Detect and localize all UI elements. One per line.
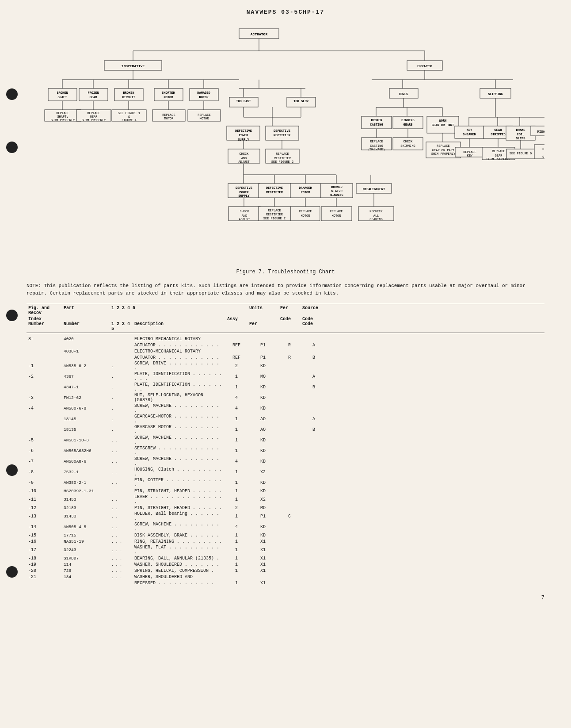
table-cell: . . xyxy=(110,506,133,510)
col-per2-head2 xyxy=(247,317,278,322)
table-cell: 726 xyxy=(62,568,110,573)
svg-text:GEAR OR PART: GEAR OR PART xyxy=(432,149,454,152)
table-cell: . xyxy=(110,364,133,368)
table-cell: -18 xyxy=(27,556,62,561)
svg-text:ALL: ALL xyxy=(373,214,379,218)
table-cell: FN12-62 xyxy=(62,395,110,400)
table-cell: X2 xyxy=(247,470,278,475)
svg-text:SHAFT: SHAFT xyxy=(57,96,67,99)
table-row: -21184. . .WASHER, SHOULDERED AND xyxy=(27,574,544,580)
table-cell: HOUSING, Clutch . . . . . . . . . . xyxy=(133,467,225,477)
table-cell: -4 xyxy=(27,406,62,411)
circle-marker-2 xyxy=(6,142,18,153)
svg-text:MOTOR: MOTOR xyxy=(164,96,173,99)
col-units-head1: Units xyxy=(247,306,278,310)
svg-text:HOWLS: HOWLS xyxy=(399,92,408,96)
table-cell: MS20392-1-31 xyxy=(62,489,110,494)
table-cell: KD xyxy=(247,525,278,529)
svg-text:INOPERATIVE: INOPERATIVE xyxy=(122,64,145,68)
table-row: 4030-1ELECTRO-MECHANICAL ROTARY xyxy=(27,348,544,354)
svg-text:WORN: WORN xyxy=(439,119,447,123)
col-part-head1: Part xyxy=(62,306,110,310)
svg-text:AND: AND xyxy=(241,157,247,160)
table-cell: B xyxy=(301,355,327,360)
svg-text:DEFECTIVE: DEFECTIVE xyxy=(235,129,252,133)
table-cell: P1 xyxy=(247,355,278,360)
table-header-row1: Fig. and Part 1 2 3 4 5 Units Per Source… xyxy=(27,304,544,317)
table-cell: SCREW, MACHINE . . . . . . . . . . xyxy=(133,522,225,532)
table-row: ACTUATOR . . . . . . . . . . . .REFP1RA xyxy=(27,342,544,348)
page-number: 7 xyxy=(27,595,544,601)
table-cell: P1 xyxy=(247,343,278,348)
svg-text:ADJUST: ADJUST xyxy=(239,218,250,221)
table-cell: LEVER . . . . . . . . . . . . . . . xyxy=(133,494,225,504)
svg-text:TOO SLOW: TOO SLOW xyxy=(293,100,308,103)
table-cell: . xyxy=(110,385,133,389)
svg-text:BROKEN: BROKEN xyxy=(371,119,382,122)
note-label: NOTE: xyxy=(27,283,41,288)
table-cell: . . xyxy=(110,460,133,464)
svg-rect-121 xyxy=(321,207,352,221)
svg-text:BROKEN: BROKEN xyxy=(123,91,134,95)
table-cell: 2 xyxy=(225,506,247,510)
svg-text:ADJUST: ADJUST xyxy=(238,160,249,164)
table-cell: 1 xyxy=(225,417,247,421)
table-row: -87532-1. .HOUSING, Clutch . . . . . . .… xyxy=(27,467,544,477)
table-cell: 4020 xyxy=(62,337,110,341)
table-cell: WASHER, SHOULDERED . . . . . . . xyxy=(133,562,225,567)
note-block: NOTE: This publication reflects the list… xyxy=(27,282,544,297)
table-cell: REF xyxy=(225,355,247,360)
table-cell: 1 xyxy=(225,438,247,443)
table-cell: . . . xyxy=(110,575,133,579)
table-cell: R xyxy=(278,355,301,360)
table-cell: MO xyxy=(247,374,278,379)
col-part-head2 xyxy=(62,317,110,322)
table-cell: SETSCREW . . . . . . . . . . . . . xyxy=(133,446,225,456)
table-cell: P1 xyxy=(247,514,278,519)
col-recov-code-head2: Code xyxy=(301,317,327,322)
table-row: -16NAS51-19. . .RING, RETAINING . . . . … xyxy=(27,538,544,544)
table-cell: C xyxy=(278,514,301,519)
svg-text:REPLACE: REPLACE xyxy=(56,111,69,115)
table-row: -4AN500-6-8.SCREW, MACHINE . . . . . . .… xyxy=(27,403,544,414)
table-cell: -17 xyxy=(27,548,62,552)
table-cell: . xyxy=(110,396,133,400)
table-cell: X1 xyxy=(247,548,278,552)
svg-text:BURNED: BURNED xyxy=(331,185,342,189)
table-cell: KD xyxy=(247,533,278,538)
svg-text:MISALIGNMENT: MISALIGNMENT xyxy=(363,188,385,191)
svg-text:STATOR: STATOR xyxy=(331,189,343,193)
table-cell: -6 xyxy=(27,448,62,453)
table-cell: ELECTRO-MECHANICAL ROTARY xyxy=(133,337,225,341)
table-cell: 1 xyxy=(225,448,247,453)
table-cell: B xyxy=(301,427,327,432)
table-cell: . . xyxy=(110,438,133,442)
table-cell: . . xyxy=(110,514,133,518)
table-cell: NAS51-19 xyxy=(62,539,110,544)
svg-text:CIRCUIT: CIRCUIT xyxy=(122,96,135,99)
circle-marker-1 xyxy=(6,88,18,100)
table-cell: RING, RETAINING . . . . . . . . . xyxy=(133,539,225,544)
table-cell: -3 xyxy=(27,395,62,400)
svg-text:DAMAGED: DAMAGED xyxy=(299,186,312,190)
table-row: -19114. . .WASHER, SHOULDERED . . . . . … xyxy=(27,561,544,567)
table-cell: KD xyxy=(247,438,278,443)
table-cell: A xyxy=(301,343,327,348)
table-cell: 18145 xyxy=(62,417,110,421)
svg-text:SHAFT;: SHAFT; xyxy=(57,115,68,119)
col-fig-head3: Number xyxy=(27,322,62,331)
circle-marker-4 xyxy=(6,464,18,476)
table-cell: . . . xyxy=(110,569,133,573)
table-cell: . . xyxy=(110,449,133,453)
table-row: -1732243. . .WASHER, FLAT . . . . . . . … xyxy=(27,544,544,555)
table-cell: AN501-10-3 xyxy=(62,438,110,443)
table-cell: KD xyxy=(247,364,278,368)
table-cell: B xyxy=(301,385,327,390)
table-cell: DISK ASSEMBLY, BRAKE . . . . . . xyxy=(133,533,225,538)
table-cell: KD xyxy=(247,480,278,485)
col-source2-head3 xyxy=(278,322,301,331)
svg-text:CHECK: CHECK xyxy=(239,152,249,156)
table-cell: X1 xyxy=(247,568,278,573)
table-cell: 1 xyxy=(225,374,247,379)
table-cell: . . . xyxy=(110,548,133,552)
